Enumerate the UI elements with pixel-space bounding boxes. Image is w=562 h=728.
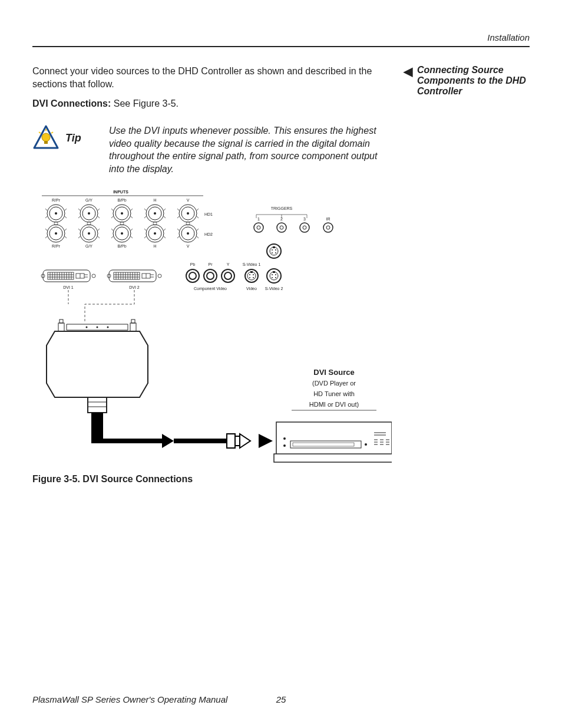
svg-text:HD1: HD1 [204, 212, 213, 216]
svg-text:B/Pb: B/Pb [117, 244, 126, 248]
svg-text:DVI 1: DVI 1 [63, 285, 74, 289]
svg-text:B/Pb: B/Pb [117, 198, 126, 202]
svg-point-116 [275, 249, 276, 251]
svg-text:TRIGGERS: TRIGGERS [271, 206, 293, 210]
page-footer: PlasmaWall SP Series Owner's Operating M… [32, 694, 530, 704]
svg-point-112 [267, 244, 281, 258]
svg-text:2: 2 [280, 217, 283, 221]
intro-paragraph: Connect your video sources to the DHD Co… [32, 65, 392, 90]
svg-point-138 [254, 223, 263, 232]
svg-point-169 [365, 443, 367, 446]
svg-rect-164 [274, 454, 392, 462]
svg-point-122 [272, 274, 273, 275]
svg-text:HDMI or DVI out): HDMI or DVI out) [309, 401, 359, 408]
svg-text:V: V [187, 244, 190, 248]
svg-point-15 [55, 212, 57, 215]
svg-text:Video: Video [246, 286, 257, 291]
svg-point-110 [253, 277, 254, 278]
tip-icon-column: Tip [32, 124, 109, 151]
svg-rect-147 [130, 323, 136, 331]
svg-rect-160 [235, 436, 240, 446]
svg-point-102 [207, 272, 214, 279]
svg-text:HD2: HD2 [204, 232, 213, 236]
svg-rect-149 [131, 319, 135, 323]
svg-point-39 [88, 232, 90, 235]
svg-text:G/Y: G/Y [85, 198, 92, 202]
svg-rect-111 [250, 271, 253, 273]
svg-text:Pr: Pr [209, 262, 213, 266]
svg-point-101 [204, 269, 217, 282]
svg-point-139 [257, 226, 260, 229]
svg-point-144 [323, 223, 333, 232]
svg-text:H: H [153, 198, 156, 202]
svg-point-1 [42, 133, 50, 141]
svg-rect-148 [59, 319, 63, 323]
footer-page-number: 25 [276, 694, 286, 704]
svg-rect-163 [276, 422, 392, 455]
svg-point-21 [121, 212, 123, 215]
tip-label: Tip [65, 132, 81, 144]
figure-3-5: INPUTS R/Pr G/Y B/Pb H V [32, 186, 392, 469]
svg-point-24 [154, 212, 156, 215]
svg-point-103 [222, 269, 234, 282]
svg-marker-157 [162, 434, 174, 448]
svg-point-151 [97, 326, 98, 328]
svg-text:DVI 2: DVI 2 [129, 285, 140, 289]
svg-text:HD Tuner with: HD Tuner with [313, 390, 355, 397]
svg-rect-158 [174, 439, 227, 443]
svg-point-119 [267, 269, 281, 283]
figure-caption: Figure 3-5. DVI Source Connections [32, 474, 392, 485]
svg-rect-2 [44, 141, 48, 144]
svg-point-166 [283, 444, 286, 447]
svg-point-36 [55, 232, 57, 235]
svg-point-104 [224, 272, 232, 279]
svg-point-125 [275, 277, 276, 278]
svg-text:1: 1 [257, 217, 260, 221]
svg-text:H: H [153, 244, 156, 248]
svg-point-115 [272, 249, 273, 251]
section-header: Installation [32, 32, 530, 42]
svg-text:Y: Y [227, 262, 230, 266]
svg-point-106 [247, 272, 256, 280]
svg-point-165 [283, 437, 286, 440]
svg-point-48 [187, 232, 189, 235]
svg-point-27 [187, 212, 189, 215]
svg-point-42 [121, 232, 123, 235]
svg-point-45 [154, 232, 156, 235]
svg-point-123 [275, 274, 276, 275]
main-content: Connect your video sources to the DHD Co… [32, 65, 530, 485]
svg-marker-162 [259, 434, 273, 448]
svg-point-124 [272, 277, 273, 278]
svg-point-18 [88, 212, 90, 215]
svg-point-100 [189, 272, 196, 279]
tip-icon [32, 124, 59, 151]
sidebar-heading-text: Connecting Source Components to the DHD … [417, 65, 530, 97]
tip-text: Use the DVI inputs whenever possible. Th… [109, 124, 392, 175]
svg-text:S-Video 2: S-Video 2 [265, 286, 283, 291]
svg-point-140 [277, 223, 286, 232]
svg-text:R/Pr: R/Pr [52, 198, 61, 202]
svg-point-118 [275, 252, 276, 253]
header-rule [32, 46, 530, 47]
svg-point-117 [272, 252, 273, 253]
footer-title: PlasmaWall SP Series Owner's Operating M… [32, 694, 227, 704]
svg-point-109 [249, 277, 250, 278]
svg-text:IR: IR [326, 217, 330, 221]
svg-text:Component Video: Component Video [194, 286, 227, 291]
svg-marker-161 [240, 434, 250, 448]
svg-rect-114 [273, 246, 275, 248]
svg-point-145 [326, 226, 330, 229]
svg-point-93 [158, 274, 161, 278]
svg-text:Pb: Pb [190, 262, 196, 266]
tip-block: Tip Use the DVI inputs whenever possible… [32, 124, 392, 175]
left-column: Connect your video sources to the DHD Co… [32, 65, 404, 485]
svg-text:V: V [187, 198, 190, 202]
svg-rect-121 [273, 271, 275, 273]
svg-point-108 [253, 274, 254, 275]
svg-point-73 [92, 274, 95, 278]
svg-rect-146 [58, 323, 64, 331]
svg-text:DVI Source: DVI Source [313, 368, 354, 377]
sidebar-heading: ◀ Connecting Source Components to the DH… [404, 65, 530, 97]
svg-point-120 [270, 272, 278, 280]
dvi-connections-ref: See Figure 3-5. [114, 98, 178, 108]
